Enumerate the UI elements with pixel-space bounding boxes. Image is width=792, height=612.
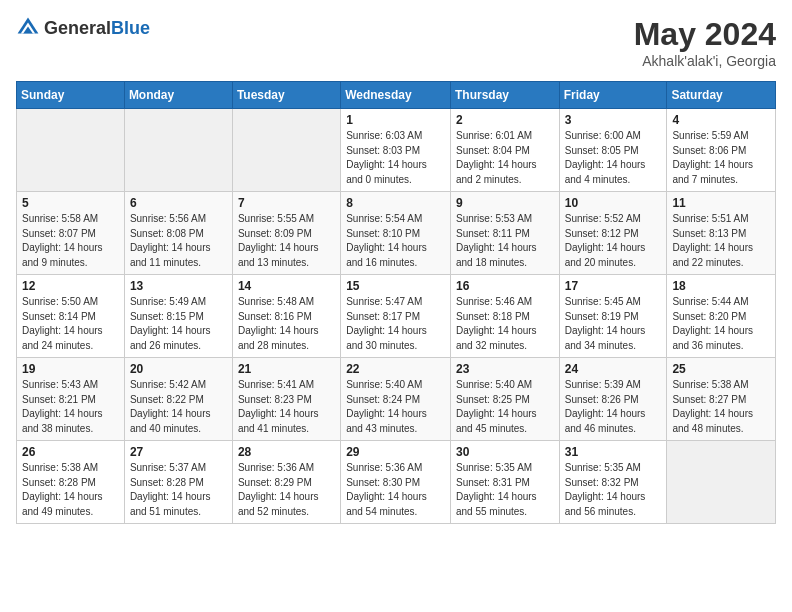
daylight-hours: Daylight: 14 hours (130, 325, 211, 336)
daylight-hours: Daylight: 14 hours (238, 491, 319, 502)
day-info: Sunrise: 5:35 AMSunset: 8:31 PMDaylight:… (456, 461, 554, 519)
day-header-saturday: Saturday (667, 82, 776, 109)
sun-time: and 45 minutes. (456, 423, 527, 434)
sun-time: Sunset: 8:27 PM (672, 394, 746, 405)
day-header-tuesday: Tuesday (232, 82, 340, 109)
day-number: 25 (672, 362, 770, 376)
sun-time: Sunrise: 5:35 AM (456, 462, 532, 473)
day-number: 20 (130, 362, 227, 376)
sun-time: Sunrise: 5:50 AM (22, 296, 98, 307)
sun-time: Sunrise: 6:03 AM (346, 130, 422, 141)
sun-time: and 43 minutes. (346, 423, 417, 434)
sun-time: and 52 minutes. (238, 506, 309, 517)
day-number: 5 (22, 196, 119, 210)
daylight-hours: Daylight: 14 hours (672, 159, 753, 170)
daylight-hours: Daylight: 14 hours (456, 491, 537, 502)
calendar-table: SundayMondayTuesdayWednesdayThursdayFrid… (16, 81, 776, 524)
sun-time: Sunset: 8:31 PM (456, 477, 530, 488)
sun-time: Sunset: 8:18 PM (456, 311, 530, 322)
daylight-hours: Daylight: 14 hours (456, 408, 537, 419)
sun-time: Sunrise: 5:56 AM (130, 213, 206, 224)
day-number: 21 (238, 362, 335, 376)
calendar-week-row: 5Sunrise: 5:58 AMSunset: 8:07 PMDaylight… (17, 192, 776, 275)
calendar-cell: 18Sunrise: 5:44 AMSunset: 8:20 PMDayligh… (667, 275, 776, 358)
day-number: 17 (565, 279, 662, 293)
day-info: Sunrise: 5:59 AMSunset: 8:06 PMDaylight:… (672, 129, 770, 187)
day-info: Sunrise: 5:52 AMSunset: 8:12 PMDaylight:… (565, 212, 662, 270)
sun-time: and 7 minutes. (672, 174, 738, 185)
sun-time: Sunset: 8:12 PM (565, 228, 639, 239)
location-title: Akhalk'alak'i, Georgia (634, 53, 776, 69)
day-header-sunday: Sunday (17, 82, 125, 109)
sun-time: and 0 minutes. (346, 174, 412, 185)
sun-time: Sunset: 8:20 PM (672, 311, 746, 322)
calendar-cell: 16Sunrise: 5:46 AMSunset: 8:18 PMDayligh… (450, 275, 559, 358)
daylight-hours: Daylight: 14 hours (130, 408, 211, 419)
sun-time: and 30 minutes. (346, 340, 417, 351)
sun-time: Sunrise: 5:46 AM (456, 296, 532, 307)
sun-time: and 22 minutes. (672, 257, 743, 268)
day-info: Sunrise: 5:43 AMSunset: 8:21 PMDaylight:… (22, 378, 119, 436)
calendar-cell: 28Sunrise: 5:36 AMSunset: 8:29 PMDayligh… (232, 441, 340, 524)
sun-time: Sunset: 8:32 PM (565, 477, 639, 488)
sun-time: Sunset: 8:21 PM (22, 394, 96, 405)
day-number: 14 (238, 279, 335, 293)
sun-time: Sunrise: 5:51 AM (672, 213, 748, 224)
day-info: Sunrise: 5:38 AMSunset: 8:27 PMDaylight:… (672, 378, 770, 436)
day-info: Sunrise: 5:51 AMSunset: 8:13 PMDaylight:… (672, 212, 770, 270)
day-info: Sunrise: 6:03 AMSunset: 8:03 PMDaylight:… (346, 129, 445, 187)
sun-time: Sunrise: 5:47 AM (346, 296, 422, 307)
sun-time: and 54 minutes. (346, 506, 417, 517)
sun-time: and 26 minutes. (130, 340, 201, 351)
day-header-thursday: Thursday (450, 82, 559, 109)
sun-time: Sunset: 8:30 PM (346, 477, 420, 488)
sun-time: and 20 minutes. (565, 257, 636, 268)
sun-time: Sunrise: 5:59 AM (672, 130, 748, 141)
calendar-cell (667, 441, 776, 524)
sun-time: and 18 minutes. (456, 257, 527, 268)
calendar-week-row: 12Sunrise: 5:50 AMSunset: 8:14 PMDayligh… (17, 275, 776, 358)
day-info: Sunrise: 5:44 AMSunset: 8:20 PMDaylight:… (672, 295, 770, 353)
sun-time: and 4 minutes. (565, 174, 631, 185)
sun-time: Sunrise: 5:38 AM (672, 379, 748, 390)
day-number: 13 (130, 279, 227, 293)
day-number: 24 (565, 362, 662, 376)
calendar-cell: 13Sunrise: 5:49 AMSunset: 8:15 PMDayligh… (124, 275, 232, 358)
sun-time: and 28 minutes. (238, 340, 309, 351)
sun-time: Sunrise: 5:44 AM (672, 296, 748, 307)
sun-time: Sunset: 8:23 PM (238, 394, 312, 405)
day-number: 9 (456, 196, 554, 210)
sun-time: Sunrise: 5:35 AM (565, 462, 641, 473)
calendar-cell: 22Sunrise: 5:40 AMSunset: 8:24 PMDayligh… (341, 358, 451, 441)
page-header: GeneralBlue May 2024 Akhalk'alak'i, Geor… (16, 16, 776, 69)
sun-time: Sunrise: 5:42 AM (130, 379, 206, 390)
sun-time: Sunrise: 5:45 AM (565, 296, 641, 307)
sun-time: Sunrise: 5:40 AM (346, 379, 422, 390)
sun-time: Sunrise: 5:48 AM (238, 296, 314, 307)
daylight-hours: Daylight: 14 hours (22, 325, 103, 336)
day-info: Sunrise: 5:36 AMSunset: 8:29 PMDaylight:… (238, 461, 335, 519)
calendar-cell: 25Sunrise: 5:38 AMSunset: 8:27 PMDayligh… (667, 358, 776, 441)
calendar-cell: 7Sunrise: 5:55 AMSunset: 8:09 PMDaylight… (232, 192, 340, 275)
daylight-hours: Daylight: 14 hours (565, 242, 646, 253)
calendar-week-row: 26Sunrise: 5:38 AMSunset: 8:28 PMDayligh… (17, 441, 776, 524)
sun-time: and 34 minutes. (565, 340, 636, 351)
day-number: 15 (346, 279, 445, 293)
sun-time: Sunset: 8:11 PM (456, 228, 530, 239)
daylight-hours: Daylight: 14 hours (22, 491, 103, 502)
calendar-cell: 10Sunrise: 5:52 AMSunset: 8:12 PMDayligh… (559, 192, 667, 275)
sun-time: and 11 minutes. (130, 257, 201, 268)
day-number: 29 (346, 445, 445, 459)
sun-time: Sunset: 8:15 PM (130, 311, 204, 322)
calendar-week-row: 1Sunrise: 6:03 AMSunset: 8:03 PMDaylight… (17, 109, 776, 192)
day-number: 8 (346, 196, 445, 210)
day-number: 6 (130, 196, 227, 210)
daylight-hours: Daylight: 14 hours (672, 242, 753, 253)
day-number: 12 (22, 279, 119, 293)
sun-time: Sunrise: 5:58 AM (22, 213, 98, 224)
day-number: 4 (672, 113, 770, 127)
sun-time: Sunset: 8:17 PM (346, 311, 420, 322)
daylight-hours: Daylight: 14 hours (346, 408, 427, 419)
calendar-cell (17, 109, 125, 192)
day-info: Sunrise: 5:42 AMSunset: 8:22 PMDaylight:… (130, 378, 227, 436)
